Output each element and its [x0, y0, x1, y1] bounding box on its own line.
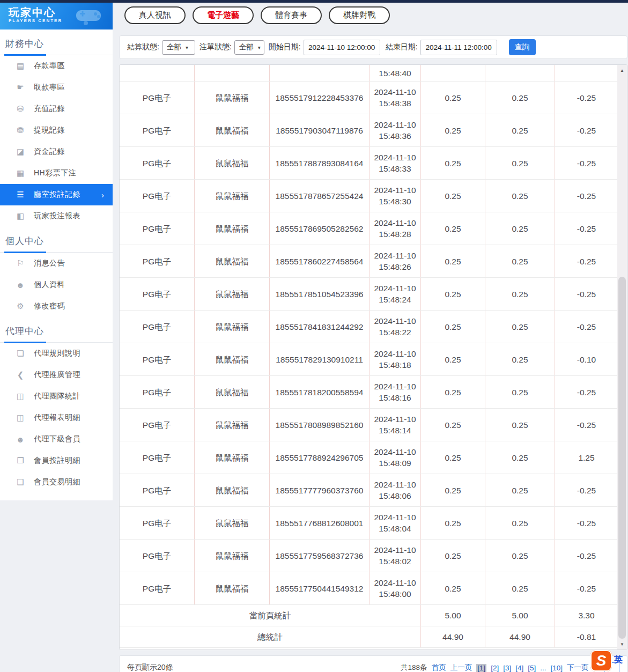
sidebar-item-label: 消息公告: [34, 259, 65, 268]
page-link-5[interactable]: [5]: [528, 664, 536, 672]
order-id-cell: 1855517878657255424: [270, 180, 370, 212]
sidebar-section-header: 代理中心: [0, 317, 113, 343]
date-text: 2024-11-10: [374, 152, 416, 163]
summary-row-page: 當前頁統計5.005.003.30: [120, 605, 618, 626]
sidebar-item-member-bet-detail[interactable]: ❐會員投註明細: [0, 450, 113, 471]
bet-time-cell: 2024-11-1015:48:33: [370, 147, 421, 179]
sidebar-item-label: 代理推廣管理: [34, 370, 80, 380]
scroll-up-icon[interactable]: ▲: [617, 66, 627, 75]
game-name-cell: 鼠鼠福福: [195, 376, 270, 408]
settle-status-select[interactable]: 全部 ▾: [162, 40, 195, 55]
sidebar-item-member-trans-detail[interactable]: ❑會員交易明細: [0, 471, 113, 493]
win-loss-cell: -0.25: [555, 376, 618, 408]
summary-bet: 5.00: [421, 605, 485, 626]
sidebar-item-recharge-records[interactable]: ⛁充值記錄: [0, 98, 113, 120]
sidebar-item-label: 充值記錄: [34, 104, 65, 114]
list2-icon: ❑: [15, 477, 26, 487]
summary-bet: 44.90: [421, 626, 485, 647]
scrollbar-thumb[interactable]: [618, 277, 626, 639]
sidebar-item-announcements[interactable]: ⚐消息公告: [0, 253, 113, 274]
sidebar-item-agent-rules[interactable]: ❏代理規則說明: [0, 343, 113, 364]
sidebar-item-agent-report-detail[interactable]: ◫代理報表明細: [0, 407, 113, 429]
valid-bet-cell: 0.25: [485, 278, 555, 310]
game-name-cell: 鼠鼠福福: [195, 343, 270, 375]
sidebar-item-funds-records[interactable]: ◪資金記錄: [0, 141, 113, 163]
page-link-1[interactable]: [1]: [476, 664, 486, 672]
table-row: PG电子鼠鼠福福18555178089898521602024-11-1015:…: [120, 409, 618, 441]
date-text: 2024-11-10: [374, 119, 416, 130]
chart-icon: ◧: [15, 211, 26, 221]
table-scrollbar[interactable]: ▲ ▼: [617, 65, 627, 649]
pager: 共188条首页上一页[1][2][3][4][5]...[10]下一页第: [401, 662, 619, 672]
valid-bet-cell: 0.25: [485, 82, 555, 114]
order-id-cell: 1855517829130910211: [270, 343, 370, 375]
game-type-cell: PG电子: [120, 212, 195, 245]
order-id-cell: 1855517851054523396: [270, 278, 370, 310]
sidebar-item-agent-team-stats[interactable]: ◫代理團隊統計: [0, 386, 113, 407]
date-text: 2024-11-10: [374, 446, 416, 457]
scroll-down-icon[interactable]: ▼: [617, 640, 627, 648]
sidebar-item-withdrawal-records[interactable]: ⛃提現記錄: [0, 120, 113, 141]
search-button[interactable]: 查詢: [509, 39, 536, 55]
game-name-cell: 鼠鼠福福: [195, 474, 270, 506]
sidebar-item-label: 提現記錄: [34, 125, 65, 135]
building-icon: ◫: [15, 392, 26, 401]
table-cell: [120, 65, 195, 81]
sidebar-item-change-password[interactable]: ⚙修改密碼: [0, 296, 113, 317]
tab-0[interactable]: 真人視訊: [124, 6, 186, 24]
next-page-link[interactable]: 下一页: [567, 663, 589, 672]
records-total: 共188条: [401, 663, 427, 672]
prev-page-link[interactable]: 上一页: [450, 663, 472, 672]
sogou-icon[interactable]: S: [590, 650, 612, 671]
sidebar-item-label: 個人資料: [34, 280, 65, 290]
win-loss-cell: -0.25: [555, 212, 618, 245]
order-status-select[interactable]: 全部 ▾: [234, 40, 264, 55]
time-text: 15:48:09: [379, 457, 411, 469]
game-type-cell: PG电子: [120, 343, 195, 375]
game-category-tabs: 真人視訊電子遊藝體育賽事棋牌對戰: [124, 6, 390, 24]
tab-3[interactable]: 棋牌對戰: [329, 6, 390, 24]
game-name-cell: 鼠鼠福福: [195, 147, 270, 179]
sidebar-item-profile[interactable]: ☻個人資料: [0, 274, 113, 296]
sogou-ime-indicator[interactable]: S 英: [590, 650, 623, 671]
valid-bet-cell: 0.25: [485, 180, 555, 212]
time-text: 15:48:04: [379, 523, 411, 534]
game-name-cell: 鼠鼠福福: [195, 507, 270, 539]
start-date-input[interactable]: [304, 40, 380, 55]
bet-amount-cell: 0.25: [421, 343, 485, 375]
page-link-2[interactable]: [2]: [491, 664, 499, 672]
bet-time-cell: 2024-11-1015:48:00: [370, 572, 421, 604]
sidebar-item-deposit-zone[interactable]: ▤存款專區: [0, 55, 113, 77]
bet-amount-cell: 0.25: [421, 180, 485, 212]
bet-time-cell: 2024-11-1015:48:04: [370, 507, 421, 539]
tab-2[interactable]: 體育賽事: [261, 6, 322, 24]
tab-1[interactable]: 電子遊藝: [193, 6, 254, 24]
order-id-cell: 1855517887893084164: [270, 147, 370, 179]
game-type-cell: PG电子: [120, 278, 195, 310]
ticket-icon: ▦: [15, 168, 26, 178]
sidebar-item-room-bet-records[interactable]: ☰廳室投註記錄›: [0, 184, 113, 205]
date-text: 2024-11-10: [374, 544, 416, 556]
valid-bet-cell: 0.25: [485, 507, 555, 539]
first-page-link[interactable]: 首页: [432, 663, 446, 672]
sidebar-item-agent-promotion[interactable]: ❮代理推廣管理: [0, 364, 113, 386]
sidebar-item-agent-sub-members[interactable]: ☻代理下級會員: [0, 429, 113, 450]
sidebar-item-player-bet-report[interactable]: ◧玩家投注報表: [0, 205, 113, 227]
order-id-cell: 1855517788924296705: [270, 441, 370, 474]
page-link-4[interactable]: [4]: [515, 664, 523, 672]
page-link-10[interactable]: [10]: [550, 664, 563, 672]
sidebar-section-header: 個人中心: [0, 227, 113, 253]
win-loss-cell: -0.25: [555, 147, 618, 179]
pagination-bar: 每頁顯示20條 共188条首页上一页[1][2][3][4][5]...[10]…: [119, 655, 627, 672]
table-row: PG电子鼠鼠福福18555178182005585942024-11-1015:…: [120, 376, 618, 409]
sidebar-section-title: 個人中心: [5, 235, 113, 252]
ime-language-badge: 英: [614, 654, 623, 666]
bet-amount-cell: 0.25: [421, 540, 485, 572]
sidebar-item-hh-lottery-bets[interactable]: ▦HH彩票下注: [0, 163, 113, 184]
end-date-input[interactable]: [420, 40, 497, 55]
game-type-cell: PG电子: [120, 409, 195, 441]
bet-time-cell: 2024-11-1015:48:26: [370, 245, 421, 277]
page-link-3[interactable]: [3]: [503, 664, 511, 672]
sidebar-item-withdraw-zone[interactable]: ☛取款專區: [0, 77, 113, 98]
order-status-value: 全部: [239, 42, 254, 52]
